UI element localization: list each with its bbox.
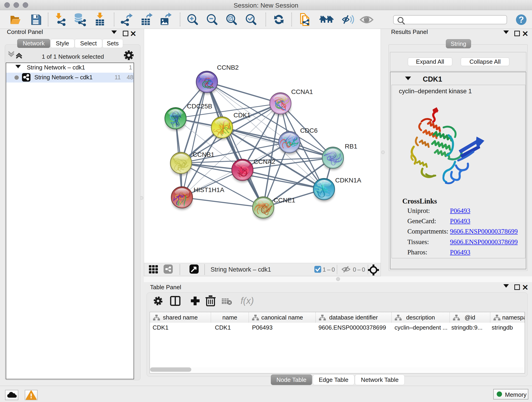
- svg-text:CDK1: CDK1: [234, 112, 251, 119]
- svg-text:HIST1H1A: HIST1H1A: [194, 186, 224, 193]
- svg-text:CCNA2: CCNA2: [254, 158, 275, 165]
- svg-text:CCNA1: CCNA1: [291, 88, 313, 95]
- svg-text:CCNB2: CCNB2: [217, 64, 239, 71]
- svg-text:?: ?: [519, 15, 524, 25]
- svg-text:String Network – cdk1: String Network – cdk1: [210, 266, 271, 273]
- svg-text:CCNB1: CCNB1: [193, 151, 215, 158]
- svg-text:CCNE1: CCNE1: [273, 197, 295, 204]
- svg-text:CDC6: CDC6: [300, 127, 317, 134]
- svg-text:CDC25B: CDC25B: [187, 103, 212, 110]
- svg-text:1 – 0: 1 – 0: [323, 266, 335, 273]
- svg-text:f(x): f(x): [241, 296, 254, 306]
- svg-text:0 – 0: 0 – 0: [353, 266, 365, 273]
- svg-text:CDKN1A: CDKN1A: [335, 177, 361, 184]
- svg-text:RB1: RB1: [345, 143, 357, 150]
